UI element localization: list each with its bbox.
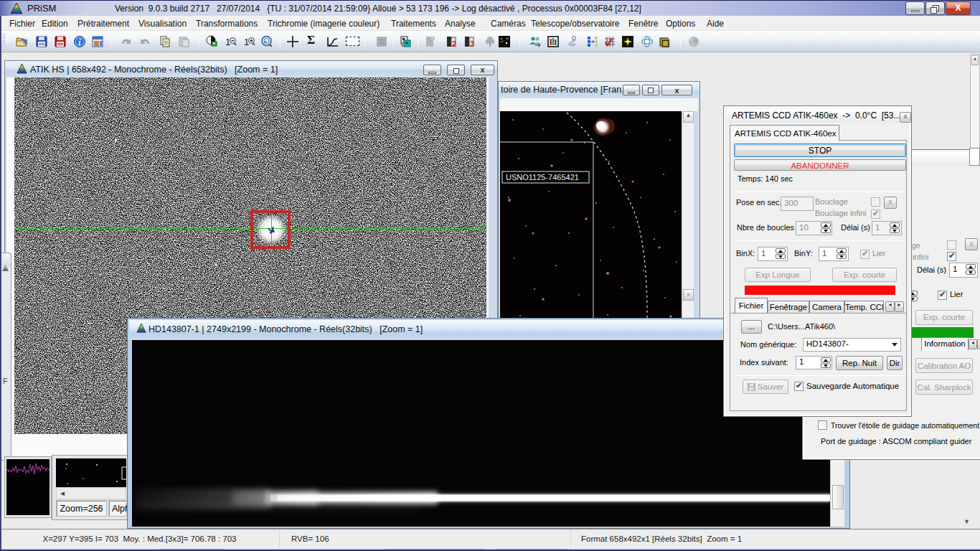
svg-text:1: 1	[244, 37, 249, 47]
svg-text:USNO1125-7465421: USNO1125-7465421	[506, 173, 579, 182]
svg-text:1: 1	[225, 37, 230, 47]
svg-text:2: 2	[452, 39, 456, 48]
svg-text:3: 3	[470, 39, 474, 48]
